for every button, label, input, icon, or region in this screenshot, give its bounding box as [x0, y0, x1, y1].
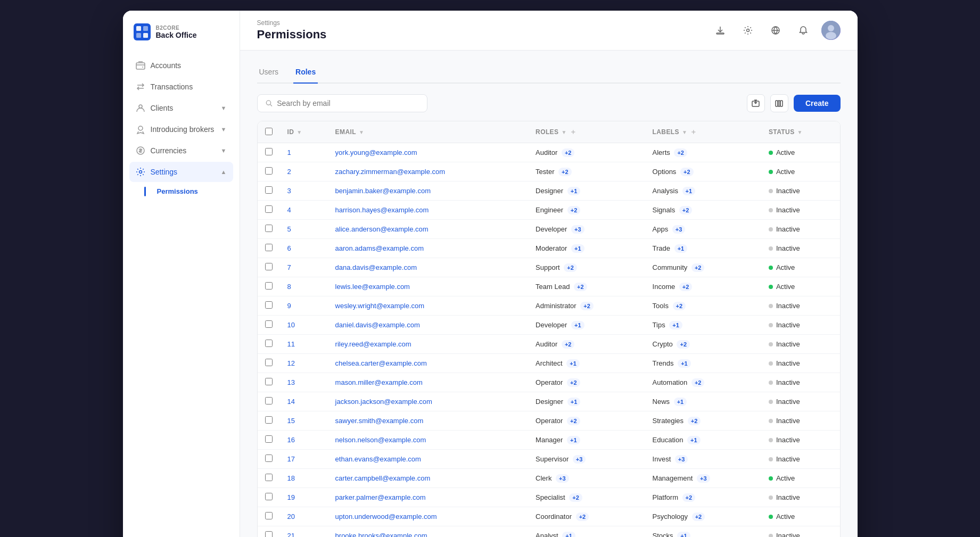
row-checkbox[interactable]	[265, 397, 273, 404]
row-id[interactable]: 4	[280, 201, 328, 220]
label-badge[interactable]: +2	[679, 206, 693, 214]
label-badge[interactable]: +3	[672, 225, 686, 234]
role-badge[interactable]: +1	[571, 244, 584, 253]
row-email[interactable]: wesley.wright@example.com	[328, 296, 529, 316]
row-email[interactable]: riley.reed@example.com	[328, 335, 529, 354]
role-badge[interactable]: +1	[562, 532, 575, 537]
row-checkbox-cell[interactable]	[258, 354, 280, 373]
row-checkbox-cell[interactable]	[258, 450, 280, 469]
label-badge[interactable]: +2	[688, 417, 701, 425]
label-badge[interactable]: +2	[674, 148, 687, 157]
tab-roles[interactable]: Roles	[293, 63, 318, 84]
row-email[interactable]: daniel.davis@example.com	[328, 316, 529, 335]
row-id[interactable]: 6	[280, 239, 328, 258]
sidebar-item-introducing-brokers[interactable]: Introducing brokers ▼	[129, 119, 233, 139]
role-badge[interactable]: +2	[569, 493, 582, 502]
column-toggle-button[interactable]	[770, 94, 788, 112]
tab-users[interactable]: Users	[257, 63, 281, 84]
sidebar-item-settings[interactable]: Settings ▲	[129, 162, 233, 182]
search-input[interactable]	[277, 99, 419, 108]
row-checkbox[interactable]	[265, 455, 273, 462]
label-badge[interactable]: +1	[677, 532, 690, 537]
row-checkbox[interactable]	[265, 167, 273, 175]
row-checkbox[interactable]	[265, 531, 273, 537]
row-email[interactable]: sawyer.smith@example.com	[328, 411, 529, 431]
label-badge[interactable]: +2	[673, 302, 686, 310]
label-badge[interactable]: +2	[692, 513, 705, 521]
row-checkbox-cell[interactable]	[258, 392, 280, 411]
role-badge[interactable]: +2	[558, 168, 572, 176]
row-id[interactable]: 13	[280, 373, 328, 392]
row-checkbox[interactable]	[265, 186, 273, 194]
bell-button[interactable]	[794, 21, 813, 40]
label-badge[interactable]: +1	[682, 187, 696, 195]
row-email[interactable]: benjamin.baker@example.com	[328, 181, 529, 201]
sidebar-item-currencies[interactable]: Currencies ▼	[129, 141, 233, 161]
row-id[interactable]: 5	[280, 220, 328, 239]
sidebar-item-permissions[interactable]: Permissions	[151, 183, 233, 200]
label-badge[interactable]: +1	[674, 244, 688, 253]
row-checkbox-cell[interactable]	[258, 181, 280, 201]
row-email[interactable]: dana.davis@example.com	[328, 258, 529, 277]
row-checkbox-cell[interactable]	[258, 220, 280, 239]
row-checkbox-cell[interactable]	[258, 526, 280, 538]
row-checkbox[interactable]	[265, 282, 273, 290]
row-checkbox[interactable]	[265, 263, 273, 270]
row-id[interactable]: 16	[280, 431, 328, 450]
row-email[interactable]: chelsea.carter@example.com	[328, 354, 529, 373]
role-badge[interactable]: +1	[567, 398, 581, 406]
status-filter-icon[interactable]: ▼	[797, 129, 803, 135]
label-badge[interactable]: +2	[677, 340, 690, 349]
row-id[interactable]: 1	[280, 143, 328, 162]
role-badge[interactable]: +1	[567, 436, 580, 444]
sidebar-item-transactions[interactable]: Transactions	[129, 77, 233, 97]
row-id[interactable]: 8	[280, 277, 328, 296]
row-id[interactable]: 11	[280, 335, 328, 354]
row-checkbox-cell[interactable]	[258, 316, 280, 335]
role-badge[interactable]: +2	[562, 340, 575, 349]
row-checkbox-cell[interactable]	[258, 143, 280, 162]
role-badge[interactable]: +1	[571, 321, 584, 329]
row-email[interactable]: mason.miller@example.com	[328, 373, 529, 392]
sidebar-item-clients[interactable]: Clients ▼	[129, 98, 233, 118]
row-checkbox[interactable]	[265, 378, 273, 385]
role-badge[interactable]: +2	[580, 302, 594, 310]
row-checkbox[interactable]	[265, 320, 273, 328]
row-checkbox-cell[interactable]	[258, 411, 280, 431]
label-badge[interactable]: +3	[697, 474, 710, 483]
row-email[interactable]: ethan.evans@example.com	[328, 450, 529, 469]
select-all-header[interactable]	[258, 121, 280, 143]
settings-button[interactable]	[738, 21, 757, 40]
row-id[interactable]: 18	[280, 469, 328, 488]
row-id[interactable]: 21	[280, 526, 328, 538]
row-email[interactable]: carter.campbell@example.com	[328, 469, 529, 488]
row-checkbox-cell[interactable]	[258, 296, 280, 316]
role-badge[interactable]: +3	[573, 455, 586, 464]
label-badge[interactable]: +1	[674, 398, 687, 406]
row-checkbox[interactable]	[265, 148, 273, 155]
row-id[interactable]: 3	[280, 181, 328, 201]
row-email[interactable]: alice.anderson@example.com	[328, 220, 529, 239]
label-badge[interactable]: +1	[678, 359, 691, 368]
row-checkbox[interactable]	[265, 474, 273, 481]
row-checkbox[interactable]	[265, 225, 273, 232]
role-badge[interactable]: +1	[567, 187, 581, 195]
row-email[interactable]: york.young@example.com	[328, 143, 529, 162]
row-id[interactable]: 10	[280, 316, 328, 335]
row-email[interactable]: parker.palmer@example.com	[328, 488, 529, 507]
row-email[interactable]: lewis.lee@example.com	[328, 277, 529, 296]
row-id[interactable]: 7	[280, 258, 328, 277]
role-badge[interactable]: +2	[562, 148, 575, 157]
roles-filter-icon[interactable]: ▼	[561, 129, 566, 135]
row-email[interactable]: upton.underwood@example.com	[328, 507, 529, 526]
labels-add-icon[interactable]: ＋	[690, 127, 697, 137]
row-email[interactable]: jackson.jackson@example.com	[328, 392, 529, 411]
row-checkbox-cell[interactable]	[258, 335, 280, 354]
row-checkbox-cell[interactable]	[258, 201, 280, 220]
label-badge[interactable]: +2	[691, 263, 705, 272]
sidebar-item-accounts[interactable]: Accounts	[129, 55, 233, 76]
row-checkbox-cell[interactable]	[258, 469, 280, 488]
labels-filter-icon[interactable]: ▼	[682, 129, 687, 135]
search-box[interactable]	[257, 94, 427, 112]
label-badge[interactable]: +2	[691, 378, 705, 387]
